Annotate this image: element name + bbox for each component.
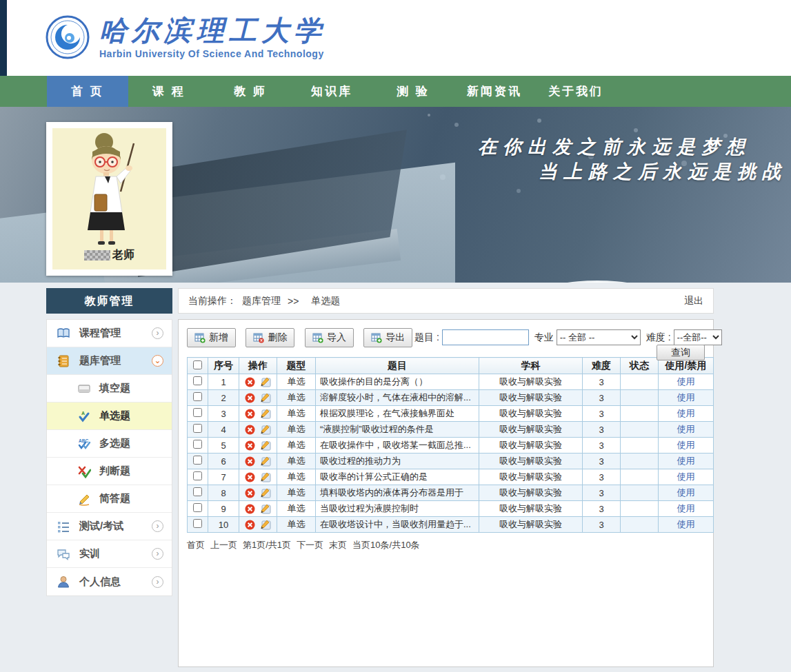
row-subject: 吸收与解吸实验 bbox=[479, 454, 583, 469]
use-link[interactable]: 使用 bbox=[677, 503, 695, 513]
use-link[interactable]: 使用 bbox=[677, 519, 695, 529]
use-link[interactable]: 使用 bbox=[677, 376, 695, 387]
logout-button[interactable]: 退出 bbox=[684, 295, 703, 307]
row-checkbox[interactable] bbox=[193, 503, 202, 512]
nav-item-knowledge[interactable]: 知识库 bbox=[291, 76, 372, 107]
query-button[interactable]: 查询 bbox=[657, 345, 705, 360]
teacher-cartoon-image bbox=[68, 131, 151, 247]
difficulty-filter-label: 难度 : bbox=[646, 332, 671, 344]
delete-row-icon[interactable] bbox=[245, 504, 255, 514]
row-operations bbox=[239, 469, 277, 485]
delete-row-icon[interactable] bbox=[245, 425, 255, 435]
delete-row-icon[interactable] bbox=[245, 409, 255, 419]
university-name-en: Harbin University Of Science And Technol… bbox=[99, 48, 326, 59]
nav-item-course[interactable]: 课 程 bbox=[128, 76, 210, 107]
table-row: 4 单选 “液膜控制”吸收过程的条件是 吸收与解吸实验 3 使用 bbox=[188, 422, 714, 438]
edit-row-icon[interactable] bbox=[260, 471, 271, 482]
use-link[interactable]: 使用 bbox=[677, 440, 695, 450]
delete-row-icon[interactable] bbox=[245, 377, 255, 387]
use-link[interactable]: 使用 bbox=[677, 408, 695, 418]
row-checkbox[interactable] bbox=[193, 487, 202, 496]
delete-row-icon[interactable] bbox=[245, 488, 255, 498]
sidebar-item-question-bank[interactable]: 题库管理 ⌄ bbox=[47, 347, 172, 375]
delete-row-icon[interactable] bbox=[245, 440, 255, 451]
nav-item-about[interactable]: 关于我们 bbox=[535, 76, 617, 107]
sidebar-item-true-false[interactable]: 判断题 bbox=[47, 458, 172, 485]
row-checkbox[interactable] bbox=[193, 376, 202, 385]
table-row: 2 单选 溶解度较小时，气体在液相中的溶解... 吸收与解吸实验 3 使用 bbox=[188, 390, 714, 406]
true-false-icon bbox=[77, 465, 91, 478]
pen-icon bbox=[77, 492, 91, 506]
breadcrumb: 当前操作： 题库管理 >> 单选题 退出 bbox=[178, 288, 714, 314]
sidebar-item-short-answer[interactable]: 简答题 bbox=[47, 485, 172, 513]
pager-next[interactable]: 下一页 bbox=[297, 539, 323, 551]
row-checkbox[interactable] bbox=[193, 456, 202, 465]
edit-row-icon[interactable] bbox=[260, 503, 271, 514]
sidebar-item-single-choice[interactable]: A 单选题 bbox=[47, 403, 172, 430]
add-button[interactable]: 新增 bbox=[187, 328, 236, 347]
delete-row-icon[interactable] bbox=[245, 456, 255, 467]
pager-prev[interactable]: 上一页 bbox=[210, 539, 237, 551]
nav-item-news[interactable]: 新闻资讯 bbox=[454, 76, 535, 107]
sidebar-item-practice[interactable]: 实训 › bbox=[47, 540, 172, 568]
row-checkbox-cell bbox=[188, 501, 208, 517]
row-checkbox[interactable] bbox=[193, 440, 202, 449]
table-row: 3 单选 根据双膜理论，在气液接触界面处 吸收与解吸实验 3 使用 bbox=[188, 406, 714, 422]
major-select[interactable]: -- 全部 -- bbox=[557, 329, 641, 345]
title-search-input[interactable] bbox=[442, 329, 529, 345]
use-link[interactable]: 使用 bbox=[677, 487, 695, 498]
row-checkbox-cell bbox=[188, 406, 208, 422]
row-checkbox[interactable] bbox=[193, 519, 202, 528]
nav-item-quiz[interactable]: 测 验 bbox=[372, 76, 454, 107]
edit-row-icon[interactable] bbox=[260, 392, 271, 403]
row-checkbox-cell bbox=[188, 422, 208, 438]
row-question-title: 填料吸收塔内的液体再分布器是用于 bbox=[316, 485, 479, 501]
row-use-cell: 使用 bbox=[659, 485, 714, 501]
sidebar-item-test-exam[interactable]: 测试/考试 › bbox=[47, 513, 172, 540]
nav-item-teacher[interactable]: 教 师 bbox=[210, 76, 291, 107]
pager-first[interactable]: 首页 bbox=[187, 539, 205, 551]
use-link[interactable]: 使用 bbox=[677, 471, 695, 482]
row-question-type: 单选 bbox=[277, 374, 316, 390]
row-checkbox[interactable] bbox=[193, 408, 202, 417]
edit-row-icon[interactable] bbox=[260, 376, 271, 387]
sidebar-item-personal-info[interactable]: 个人信息 › bbox=[47, 568, 172, 595]
delete-row-icon[interactable] bbox=[245, 520, 255, 530]
delete-button[interactable]: 删除 bbox=[246, 328, 294, 347]
edit-row-icon[interactable] bbox=[260, 487, 271, 498]
row-status bbox=[621, 485, 659, 501]
university-emblem-icon bbox=[46, 15, 90, 59]
sidebar-item-course-management[interactable]: 课程管理 › bbox=[47, 320, 172, 347]
corner-strip bbox=[0, 0, 7, 76]
nav-item-home[interactable]: 首 页 bbox=[47, 76, 128, 107]
row-checkbox-cell bbox=[188, 485, 208, 501]
delete-row-icon[interactable] bbox=[245, 393, 255, 403]
use-link[interactable]: 使用 bbox=[677, 392, 695, 403]
sidebar-item-multi-choice[interactable]: ABC 多选题 bbox=[47, 430, 172, 458]
sidebar-item-fill-blank[interactable]: 填空题 bbox=[47, 375, 172, 403]
edit-row-icon[interactable] bbox=[260, 424, 271, 435]
row-checkbox[interactable] bbox=[193, 471, 202, 480]
row-question-type: 单选 bbox=[277, 485, 316, 501]
teacher-avatar: 老师 bbox=[52, 128, 166, 269]
edit-row-icon[interactable] bbox=[260, 440, 271, 451]
table-export-icon bbox=[371, 332, 382, 343]
row-difficulty: 3 bbox=[583, 438, 621, 454]
use-link[interactable]: 使用 bbox=[677, 456, 695, 466]
use-link[interactable]: 使用 bbox=[677, 424, 695, 434]
col-header-difficulty: 难度 bbox=[583, 358, 621, 374]
difficulty-select[interactable]: --全部-- bbox=[674, 329, 722, 345]
edit-row-icon[interactable] bbox=[260, 519, 271, 530]
export-button[interactable]: 导出 bbox=[363, 328, 412, 347]
row-checkbox[interactable] bbox=[193, 424, 202, 433]
edit-row-icon[interactable] bbox=[260, 456, 271, 467]
row-difficulty: 3 bbox=[583, 422, 621, 438]
delete-row-icon[interactable] bbox=[245, 472, 255, 482]
row-checkbox[interactable] bbox=[193, 392, 202, 401]
single-choice-icon: A bbox=[77, 409, 91, 423]
edit-row-icon[interactable] bbox=[260, 408, 271, 419]
table-header-row: 序号 操作 题型 题目 学科 难度 状态 使用/禁用 bbox=[188, 358, 714, 374]
pager-last[interactable]: 末页 bbox=[329, 539, 347, 551]
import-button[interactable]: 导入 bbox=[305, 328, 354, 347]
select-all-checkbox[interactable] bbox=[193, 360, 202, 369]
